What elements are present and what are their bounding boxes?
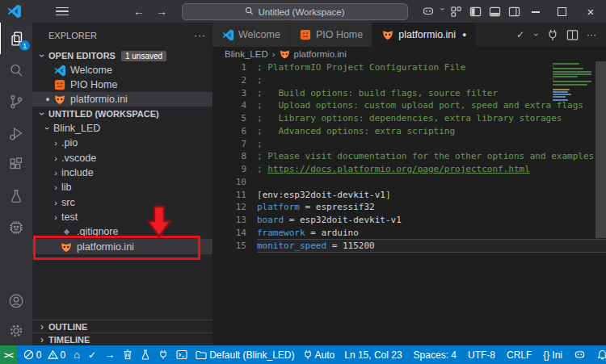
pio-serial-monitor-button[interactable] — [154, 345, 172, 364]
tree-item-blink-led[interactable]: ›Blink_LED — [32, 121, 213, 136]
code-line-8[interactable]: 8; Please visit documentation for the ot… — [213, 150, 606, 163]
chevron-right-icon: › — [50, 153, 61, 163]
line-number: 15 — [213, 240, 257, 253]
menu-icon[interactable] — [56, 7, 69, 16]
remote-indicator[interactable]: >< — [0, 345, 17, 364]
platformio-sidebar-icon[interactable] — [0, 211, 32, 243]
vscode-logo-icon — [221, 28, 234, 41]
language-mode[interactable]: {} Ini — [537, 345, 568, 364]
code-editor[interactable]: 1; PlatformIO Project Configuration File… — [213, 61, 606, 345]
pio-upload-button[interactable]: → — [100, 345, 119, 364]
line-number: 3 — [213, 87, 257, 100]
tree-item-test[interactable]: ›test — [32, 210, 213, 224]
run-debug-icon[interactable] — [0, 117, 32, 149]
terminal-icon — [176, 349, 187, 360]
tab-welcome[interactable]: Welcome — [213, 23, 289, 47]
code-line-2[interactable]: 2; — [213, 74, 606, 87]
code-line-11[interactable]: 11[env:esp32doit-devkit-v1] — [213, 189, 606, 202]
code-line-13[interactable]: 13board = esp32doit-devkit-v1 — [213, 214, 606, 227]
project-environment-switcher[interactable]: Default (Blink_LED) — [191, 345, 298, 364]
toggle-panel-icon[interactable] — [485, 0, 504, 23]
code-line-5[interactable]: 5; Library options: dependencies, extra … — [213, 112, 606, 125]
tree-item-src[interactable]: ›src — [32, 195, 213, 209]
line-content: ; Library options: dependencies, extra l… — [257, 112, 606, 125]
code-line-4[interactable]: 4; Upload options: custom upload port, s… — [213, 99, 606, 112]
workspace-search-box[interactable]: Untitled (Workspace) — [182, 3, 408, 20]
maximize-button[interactable] — [548, 7, 575, 16]
indentation-setting[interactable]: Spaces: 4 — [408, 345, 462, 364]
tab-bar: WelcomePIO Homeplatformio.ini● ✓ › ··· — [213, 23, 606, 47]
account-icon[interactable] — [0, 285, 32, 316]
breadcrumb-folder[interactable]: Blink_LED — [225, 49, 268, 59]
run-task-check-icon[interactable]: ✓ — [512, 26, 528, 44]
code-line-12[interactable]: 12platform = espressif32 — [213, 201, 606, 214]
split-editor-icon[interactable] — [564, 26, 580, 44]
close-button[interactable]: × — [575, 5, 606, 19]
explorer-icon[interactable]: 1 — [0, 23, 33, 54]
tab-platformio-ini[interactable]: platformio.ini● — [372, 23, 475, 47]
notifications-bell-icon[interactable] — [591, 345, 606, 364]
customize-layout-icon[interactable] — [446, 0, 465, 23]
folder-switch-icon — [196, 350, 207, 360]
extensions-icon[interactable] — [0, 149, 32, 180]
serial-monitor-plug-icon[interactable] — [545, 26, 561, 44]
scrollbar-thumb[interactable] — [595, 61, 606, 238]
search-sidebar-icon[interactable] — [0, 54, 32, 86]
code-line-3[interactable]: 3; Build options: build flags, source fi… — [213, 87, 606, 100]
tree-item-platformio-ini[interactable]: platformio.ini — [32, 239, 213, 253]
eol-setting[interactable]: CRLF — [501, 345, 537, 364]
back-icon[interactable]: ← — [133, 5, 145, 18]
open-editor-item[interactable]: ●platformio.ini — [32, 92, 213, 107]
pio-build-button[interactable]: ✓ — [84, 345, 100, 364]
tree-item-lib[interactable]: ›lib — [32, 180, 213, 195]
code-line-6[interactable]: 6; Advanced options: extra scripting — [213, 125, 606, 138]
code-line-7[interactable]: 7; — [213, 138, 606, 151]
tree-item--pio[interactable]: ›.pio — [32, 136, 213, 150]
chevron-down-icon: › — [36, 49, 48, 62]
timeline-section-header[interactable]: › TIMELINE — [32, 333, 213, 345]
tree-item--vscode[interactable]: ›.vscode — [32, 151, 213, 165]
line-number: 12 — [213, 201, 257, 214]
line-content: monitor_speed = 115200 — [257, 240, 606, 253]
problems-indicator[interactable]: 0 0 — [19, 345, 69, 364]
encoding-setting[interactable]: UTF-8 — [462, 345, 501, 364]
copilot-status-icon[interactable] — [568, 345, 591, 364]
tree-item--gitignore[interactable]: .gitignore — [32, 224, 213, 239]
forward-icon[interactable]: → — [156, 5, 167, 18]
outline-section-header[interactable]: › OUTLINE — [32, 320, 213, 333]
serial-port-selector[interactable]: Auto — [299, 345, 339, 364]
minimize-button[interactable] — [524, 6, 548, 17]
pio-home-button[interactable]: ⌂ — [69, 345, 84, 364]
line-number: 13 — [213, 214, 257, 227]
chevron-right-icon: › — [36, 321, 48, 333]
workspace-header[interactable]: › UNTITLED (WORKSPACE) — [32, 107, 213, 121]
settings-gear-icon[interactable] — [0, 316, 32, 345]
breadcrumb-file[interactable]: platformio.ini — [294, 49, 347, 59]
toggle-sidebar-icon[interactable] — [465, 0, 485, 23]
code-line-10[interactable]: 10 — [213, 176, 606, 189]
code-line-9[interactable]: 9; https://docs.platformio.org/page/proj… — [213, 163, 606, 176]
copilot-chevron-icon[interactable]: › — [438, 7, 447, 15]
testing-icon[interactable] — [0, 180, 32, 211]
titlebar: ← → Untitled (Workspace) › — [0, 0, 606, 23]
cursor-position[interactable]: Ln 15, Col 23 — [339, 345, 407, 364]
line-number: 2 — [213, 74, 257, 87]
pio-test-button[interactable] — [137, 345, 154, 364]
code-line-15[interactable]: 15monitor_speed = 115200 — [213, 240, 606, 253]
more-actions-icon[interactable]: ··· — [583, 26, 600, 44]
toggle-secondary-sidebar-icon[interactable] — [504, 0, 524, 23]
run-dropdown-icon[interactable]: › — [528, 30, 545, 40]
tab-pio-home[interactable]: PIO Home — [290, 23, 372, 47]
source-control-icon[interactable] — [0, 86, 32, 117]
open-editor-item[interactable]: Welcome — [32, 63, 213, 77]
pio-terminal-button[interactable] — [172, 345, 191, 364]
sidebar-more-icon[interactable]: ··· — [194, 30, 206, 41]
open-editors-header[interactable]: › OPEN EDITORS 1 unsaved — [32, 48, 213, 63]
copilot-icon[interactable] — [419, 0, 438, 23]
open-editor-item[interactable]: PIO Home — [32, 77, 213, 92]
code-line-14[interactable]: 14framework = arduino — [213, 227, 606, 240]
minimap[interactable] — [553, 63, 595, 102]
tree-item-include[interactable]: ›include — [32, 165, 213, 180]
code-line-1[interactable]: 1; PlatformIO Project Configuration File — [213, 61, 606, 74]
pio-clean-button[interactable] — [119, 345, 137, 364]
